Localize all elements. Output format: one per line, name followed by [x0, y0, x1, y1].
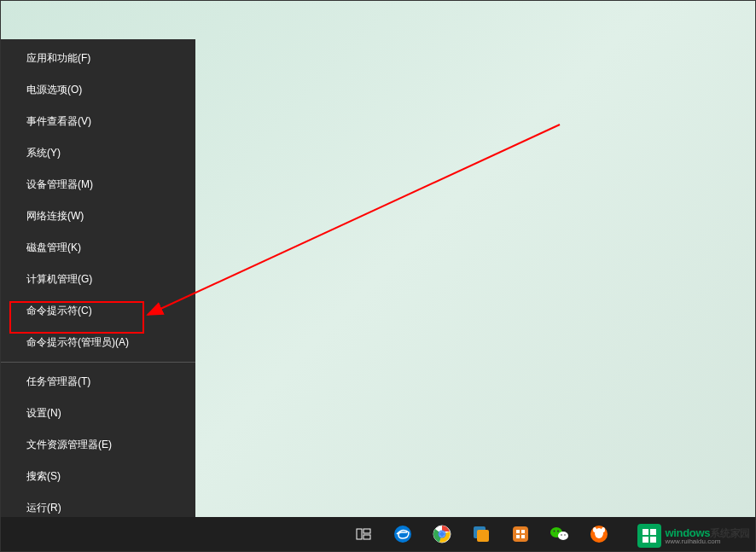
svg-point-27 [602, 527, 605, 532]
wechat-icon[interactable] [543, 517, 577, 551]
svg-rect-14 [516, 530, 520, 533]
svg-rect-16 [516, 535, 520, 538]
winx-context-menu: 应用和功能(F) 电源选项(O) 事件查看器(V) 系统(Y) 设备管理器(M)… [1, 39, 195, 552]
svg-point-19 [558, 532, 568, 540]
svg-rect-29 [650, 529, 656, 535]
taskbar-icons-group [346, 517, 616, 551]
svg-rect-28 [643, 529, 648, 535]
svg-point-23 [564, 534, 566, 536]
menu-item-command-prompt-admin[interactable]: 命令提示符(管理员)(A) [1, 327, 195, 358]
menu-item-computer-management[interactable]: 计算机管理(G) [1, 264, 195, 295]
menu-item-device-manager[interactable]: 设备管理器(M) [1, 169, 195, 200]
menu-item-file-explorer[interactable]: 文件资源管理器(E) [1, 429, 195, 461]
svg-point-10 [439, 532, 445, 537]
edge-browser-icon[interactable] [386, 517, 420, 551]
svg-rect-2 [357, 529, 362, 539]
svg-rect-15 [521, 530, 525, 533]
svg-point-21 [557, 531, 559, 532]
menu-item-system[interactable]: 系统(Y) [1, 137, 195, 169]
menu-item-network-connections[interactable]: 网络连接(W) [1, 200, 195, 232]
watermark-logo-icon [637, 524, 661, 548]
svg-rect-31 [650, 537, 656, 543]
vmware-icon[interactable] [464, 517, 498, 551]
menu-separator [1, 362, 195, 363]
svg-rect-4 [363, 535, 370, 539]
svg-rect-3 [363, 529, 370, 533]
menu-item-event-viewer[interactable]: 事件查看器(V) [1, 106, 195, 137]
svg-point-22 [561, 534, 562, 536]
app-icon-orange[interactable] [503, 517, 538, 551]
menu-item-apps-features[interactable]: 应用和功能(F) [1, 43, 195, 74]
svg-rect-30 [643, 537, 648, 543]
uc-browser-icon[interactable] [582, 517, 616, 551]
svg-rect-13 [513, 526, 528, 542]
menu-item-search[interactable]: 搜索(S) [1, 461, 195, 492]
menu-item-disk-management[interactable]: 磁盘管理(K) [1, 232, 195, 264]
svg-point-26 [593, 527, 596, 532]
task-view-icon[interactable] [346, 517, 381, 551]
chrome-browser-icon[interactable] [425, 517, 459, 551]
menu-item-settings[interactable]: 设置(N) [1, 398, 195, 429]
watermark: windows系统家园 www.ruihaidu.com [637, 524, 750, 548]
watermark-text: windows系统家园 www.ruihaidu.com [665, 527, 750, 545]
menu-item-power-options[interactable]: 电源选项(O) [1, 74, 195, 106]
menu-item-command-prompt[interactable]: 命令提示符(C) [1, 295, 195, 327]
menu-item-task-manager[interactable]: 任务管理器(T) [1, 366, 195, 398]
svg-point-20 [554, 531, 555, 532]
svg-rect-17 [521, 535, 525, 538]
svg-rect-12 [477, 530, 489, 542]
watermark-subtitle: www.ruihaidu.com [665, 538, 750, 545]
